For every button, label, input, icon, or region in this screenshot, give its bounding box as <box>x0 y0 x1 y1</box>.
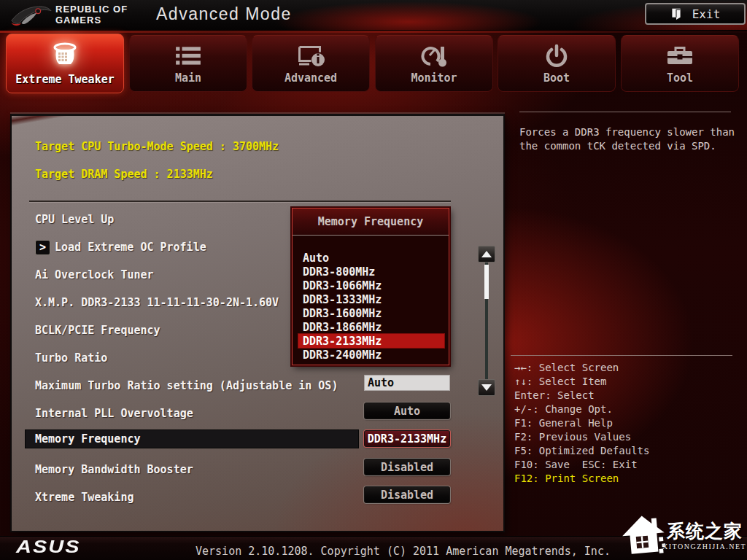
piston-icon <box>50 42 80 68</box>
hotkey-f2-previous: F2: Previous Values <box>514 431 631 443</box>
gauge-thermometer-icon <box>419 44 449 68</box>
popup-option-ddr3-800[interactable]: DDR3-800MHz <box>298 265 444 279</box>
memory-frequency-popup: Memory Frequency Auto DDR3-800MHz DDR3-1… <box>292 208 449 365</box>
popup-option-ddr3-1866[interactable]: DDR3-1866MHz <box>298 320 444 334</box>
tab-bar: Extreme Tweaker Main <box>0 34 747 93</box>
menu-item-memory-bandwidth-booster[interactable]: Memory Bandwidth Booster <box>35 461 193 478</box>
mode-title: Advanced Mode <box>156 4 292 24</box>
bios-screen: REPUBLIC OF GAMERS Advanced Mode Exit <box>0 0 747 560</box>
scroll-up-button[interactable] <box>478 246 495 262</box>
panel-separator <box>29 201 451 202</box>
toolbox-icon <box>665 45 694 67</box>
tab-advanced[interactable]: Advanced <box>252 35 370 92</box>
xtreme-tweaking-value-button[interactable]: Disabled <box>364 486 450 503</box>
arrow-up-icon <box>481 251 492 257</box>
hotkey-f5-defaults: F5: Optimized Defaults <box>514 445 649 456</box>
arrow-down-icon <box>481 384 492 391</box>
rog-eye-logo <box>10 3 53 28</box>
menu-item-xtreme-tweaking[interactable]: Xtreme Tweaking <box>35 489 133 506</box>
tab-boot[interactable]: Boot <box>498 35 616 92</box>
sidebar-separator-hotkeys <box>511 355 732 356</box>
target-cpu-speed: Target CPU Turbo-Mode Speed : 3700MHz <box>35 140 279 153</box>
brand-line1: REPUBLIC OF <box>55 4 128 15</box>
tab-label-advanced: Advanced <box>252 71 369 85</box>
tab-tool[interactable]: Tool <box>621 35 739 92</box>
tab-extreme-tweaker[interactable]: Extreme Tweaker <box>6 34 124 93</box>
header-divider <box>0 31 747 33</box>
menu-item-load-extreme-oc-profile[interactable]: > Load Extreme OC Profile <box>35 238 206 256</box>
hotkey-f12-print-screen: F12: Print Screen <box>514 472 619 484</box>
hotkey-f1-help: F1: General Help <box>514 417 613 429</box>
tab-main[interactable]: Main <box>129 35 247 92</box>
tab-label-boot: Boot <box>498 71 615 85</box>
list-icon <box>174 45 202 67</box>
popup-option-ddr3-2133-selected[interactable]: DDR3-2133MHz <box>298 334 444 348</box>
popup-option-auto[interactable]: Auto <box>298 251 444 265</box>
popup-title: Memory Frequency <box>293 209 449 236</box>
tab-label-extreme-tweaker: Extreme Tweaker <box>7 73 123 86</box>
asus-logo: ASUS <box>16 537 81 557</box>
brand-text: REPUBLIC OF GAMERS <box>55 4 128 26</box>
watermark-url-text: XITONGZHIJIA.NET <box>662 542 746 551</box>
menu-item-max-turbo-ratio[interactable]: Maximum Turbo Ratio setting (Adjustable … <box>35 377 338 394</box>
hotkey-enter-select: Enter: Select <box>514 389 595 401</box>
popup-option-ddr3-1600[interactable]: DDR3-1600MHz <box>298 306 444 320</box>
version-text: Version 2.10.1208. Copyright (C) 2011 Am… <box>196 545 611 558</box>
exit-door-icon <box>670 7 682 20</box>
exit-button[interactable]: Exit <box>645 3 746 25</box>
monitor-info-icon <box>296 44 325 68</box>
top-bar: REPUBLIC OF GAMERS Advanced Mode Exit <box>0 0 747 31</box>
memory-frequency-value-button[interactable]: DDR3-2133MHz <box>364 430 450 447</box>
tab-label-tool: Tool <box>622 71 738 85</box>
power-icon <box>544 44 569 69</box>
menu-item-internal-pll-overvoltage[interactable]: Internal PLL Overvoltage <box>35 405 193 422</box>
tab-label-main: Main <box>130 71 247 85</box>
memory-bandwidth-booster-value-button[interactable]: Disabled <box>364 459 450 475</box>
popup-option-ddr3-1066[interactable]: DDR3-1066MHz <box>298 279 444 292</box>
hotkey-select-item: ↑↓: Select Item <box>514 376 606 387</box>
watermark: 系统之家 XITONGZHIJIA.NET <box>622 510 747 560</box>
tab-monitor[interactable]: Monitor <box>375 35 493 92</box>
sidebar-separator-top <box>519 112 731 112</box>
popup-option-ddr3-1333[interactable]: DDR3-1333MHz <box>298 292 444 306</box>
scroll-down-button[interactable] <box>478 379 495 396</box>
menu-item-xmp-info: X.M.P. DDR3-2133 11-11-11-30-2N-1.60V <box>35 294 279 311</box>
internal-pll-overvoltage-value-button[interactable]: Auto <box>364 402 450 419</box>
max-turbo-ratio-value-field[interactable]: Auto <box>364 375 450 391</box>
watermark-cn-text: 系统之家 <box>667 519 743 543</box>
hotkey-change-opt: +/-: Change Opt. <box>514 403 613 415</box>
help-text-line2: the common tCK detected via SPD. <box>519 140 716 152</box>
menu-item-cpu-level-up[interactable]: CPU Level Up <box>35 211 114 228</box>
help-text-line1: Forces a DDR3 frequency slower than <box>519 126 735 138</box>
menu-item-turbo-ratio[interactable]: Turbo Ratio <box>35 349 107 367</box>
house-icon <box>619 511 667 559</box>
menu-item-ai-overclock-tuner[interactable]: Ai Overclock Tuner <box>35 266 154 284</box>
hotkey-f10-save-esc-exit: F10: Save ESC: Exit <box>514 459 638 470</box>
brand-line2: GAMERS <box>55 15 128 26</box>
menu-item-memory-frequency[interactable]: Memory Frequency <box>26 430 358 448</box>
exit-label: Exit <box>692 7 721 21</box>
hotkey-select-screen: →←: Select Screen <box>514 362 619 373</box>
menu-item-bclk-pcie-frequency[interactable]: BCLK/PCIE Frequency <box>35 322 160 339</box>
chevron-right-icon[interactable]: > <box>35 240 50 255</box>
popup-option-ddr3-2400[interactable]: DDR3-2400MHz <box>298 348 444 362</box>
scrollbar-thumb[interactable] <box>484 265 489 299</box>
target-dram-speed: Target DRAM Speed : 2133MHz <box>35 168 213 181</box>
tab-label-monitor: Monitor <box>376 71 492 85</box>
